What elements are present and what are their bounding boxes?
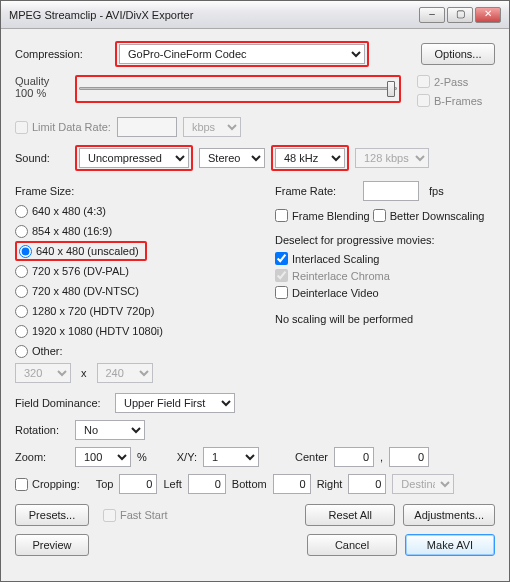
- xy-select[interactable]: 1: [203, 447, 259, 467]
- bframes-label: B-Frames: [434, 95, 482, 107]
- center-x-input[interactable]: [334, 447, 374, 467]
- crop-mode: Destinati: [392, 474, 454, 494]
- crop-left-l: Left: [163, 478, 181, 490]
- center-label: Center: [295, 451, 328, 463]
- dialog-content: Compression: GoPro-CineForm Codec Option…: [1, 29, 509, 581]
- betterdownscaling-check[interactable]: [373, 209, 386, 222]
- fs-label-6: 1920 x 1080 (HDTV 1080i): [32, 325, 163, 337]
- crop-top-l: Top: [96, 478, 114, 490]
- fielddom-label: Field Dominance:: [15, 397, 109, 409]
- crop-right-l: Right: [317, 478, 343, 490]
- limit-datarate-unit: kbps: [183, 117, 241, 137]
- interlaced-label: Interlaced Scaling: [292, 253, 379, 265]
- fs-radio-dvntsc[interactable]: [15, 285, 28, 298]
- resetall-button[interactable]: Reset All: [305, 504, 395, 526]
- rotation-label: Rotation:: [15, 424, 69, 436]
- framerate-input[interactable]: [363, 181, 419, 201]
- twopass-check: [417, 75, 430, 88]
- quality-percent: 100 %: [15, 87, 69, 99]
- exporter-window: MPEG Streamclip - AVI/DivX Exporter – ▢ …: [0, 0, 510, 582]
- makeavi-button[interactable]: Make AVI: [405, 534, 495, 556]
- sound-codec-select[interactable]: Uncompressed: [79, 148, 189, 168]
- fs-other-w: 320: [15, 363, 71, 383]
- rotation-select[interactable]: No: [75, 420, 145, 440]
- titlebar[interactable]: MPEG Streamclip - AVI/DivX Exporter – ▢ …: [1, 1, 509, 29]
- fs-unscaled-highlight: 640 x 480 (unscaled): [15, 241, 147, 261]
- frameblending-check[interactable]: [275, 209, 288, 222]
- frameblending-label: Frame Blending: [292, 210, 370, 222]
- sound-channels-select[interactable]: Stereo: [199, 148, 265, 168]
- crop-bottom[interactable]: [273, 474, 311, 494]
- twopass-label: 2-Pass: [434, 76, 468, 88]
- framerate-label: Frame Rate:: [275, 185, 357, 197]
- cropping-check[interactable]: [15, 478, 28, 491]
- fs-label-1: 854 x 480 (16:9): [32, 225, 112, 237]
- fs-radio-1080i[interactable]: [15, 325, 28, 338]
- fs-label-0: 640 x 480 (4:3): [32, 205, 106, 217]
- framerate-unit: fps: [429, 185, 444, 197]
- fielddom-select[interactable]: Upper Field First: [115, 393, 235, 413]
- fs-radio-dvpal[interactable]: [15, 265, 28, 278]
- fs-label-7: Other:: [32, 345, 63, 357]
- xy-label: X/Y:: [177, 451, 197, 463]
- fs-radio-unscaled[interactable]: [19, 245, 32, 258]
- framesize-label: Frame Size:: [15, 185, 265, 197]
- center-y-input[interactable]: [389, 447, 429, 467]
- zoom-pct: %: [137, 451, 147, 463]
- window-title: MPEG Streamclip - AVI/DivX Exporter: [9, 9, 193, 21]
- sound-codec-highlight: Uncompressed: [75, 145, 193, 171]
- sound-bitrate-select: 128 kbps: [355, 148, 429, 168]
- interlaced-check[interactable]: [275, 252, 288, 265]
- fs-other-h: 240: [97, 363, 153, 383]
- sound-rate-select[interactable]: 48 kHz: [275, 148, 345, 168]
- sound-rate-highlight: 48 kHz: [271, 145, 349, 171]
- zoom-select[interactable]: 100: [75, 447, 131, 467]
- noscaling-note: No scaling will be performed: [275, 313, 495, 325]
- fs-radio-16x9[interactable]: [15, 225, 28, 238]
- window-controls: – ▢ ✕: [419, 7, 501, 23]
- fs-label-3: 720 x 576 (DV-PAL): [32, 265, 129, 277]
- compression-label: Compression:: [15, 48, 109, 60]
- crop-bottom-l: Bottom: [232, 478, 267, 490]
- center-sep: ,: [380, 451, 383, 463]
- close-button[interactable]: ✕: [475, 7, 501, 23]
- sound-label: Sound:: [15, 152, 69, 164]
- fs-label-4: 720 x 480 (DV-NTSC): [32, 285, 139, 297]
- zoom-label: Zoom:: [15, 451, 69, 463]
- deinterlace-label: Deinterlace Video: [292, 287, 379, 299]
- x-separator: x: [75, 367, 93, 379]
- minimize-button[interactable]: –: [419, 7, 445, 23]
- maximize-button[interactable]: ▢: [447, 7, 473, 23]
- quality-slider-highlight: [75, 75, 401, 103]
- adjustments-button[interactable]: Adjustments...: [403, 504, 495, 526]
- bframes-check: [417, 94, 430, 107]
- fs-label-2: 640 x 480 (unscaled): [36, 245, 139, 257]
- compression-select[interactable]: GoPro-CineForm Codec: [119, 44, 365, 64]
- deselect-note: Deselect for progressive movies:: [275, 234, 495, 246]
- betterdownscaling-label: Better Downscaling: [390, 210, 485, 222]
- faststart-check: [103, 509, 116, 522]
- reinterlace-label: Reinterlace Chroma: [292, 270, 390, 282]
- fs-radio-720p[interactable]: [15, 305, 28, 318]
- limit-datarate-check: [15, 121, 28, 134]
- compression-highlight: GoPro-CineForm Codec: [115, 41, 369, 67]
- faststart-label: Fast Start: [120, 509, 168, 521]
- fs-radio-4x3[interactable]: [15, 205, 28, 218]
- quality-label: Quality: [15, 75, 69, 87]
- options-button[interactable]: Options...: [421, 43, 495, 65]
- fs-label-5: 1280 x 720 (HDTV 720p): [32, 305, 154, 317]
- crop-right[interactable]: [348, 474, 386, 494]
- reinterlace-check: [275, 269, 288, 282]
- cropping-label: Cropping:: [32, 478, 80, 490]
- limit-datarate-label: Limit Data Rate:: [32, 121, 111, 133]
- crop-top[interactable]: [119, 474, 157, 494]
- limit-datarate-input: [117, 117, 177, 137]
- quality-slider[interactable]: [79, 79, 397, 99]
- crop-left[interactable]: [188, 474, 226, 494]
- preview-button[interactable]: Preview: [15, 534, 89, 556]
- cancel-button[interactable]: Cancel: [307, 534, 397, 556]
- deinterlace-check[interactable]: [275, 286, 288, 299]
- presets-button[interactable]: Presets...: [15, 504, 89, 526]
- fs-radio-other[interactable]: [15, 345, 28, 358]
